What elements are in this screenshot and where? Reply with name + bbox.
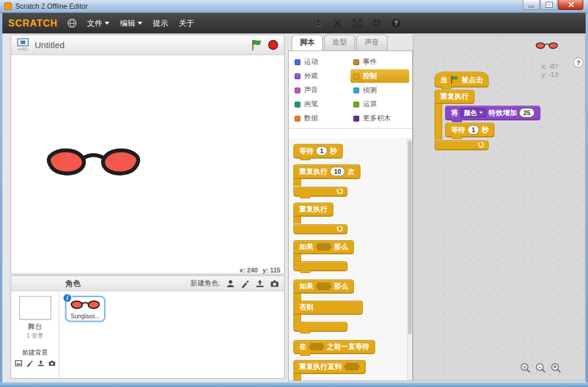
category-control[interactable]: 控制	[350, 69, 409, 83]
category-list: 运动 事件 外观 控制 声音 侦测 画笔 运算 数据 更多积木	[289, 51, 412, 128]
paint-backdrop-icon[interactable]	[26, 359, 34, 367]
camera-sprite-icon[interactable]	[270, 279, 279, 288]
upload-sprite-icon[interactable]	[255, 279, 265, 288]
maximize-icon	[546, 2, 552, 7]
category-sensing[interactable]: 侦测	[350, 83, 409, 97]
project-name[interactable]: Untitled	[35, 40, 245, 50]
sprite-card-sunglasses[interactable]: i Sunglass...	[65, 296, 105, 322]
chevron-down-icon	[479, 112, 483, 114]
sound-color-square	[295, 88, 300, 93]
boolean-slot[interactable]	[309, 343, 325, 351]
c-spine	[293, 294, 301, 301]
sprite-info-button[interactable]: i	[63, 294, 72, 302]
svg-text:?: ?	[394, 19, 397, 26]
delete-scissors-icon[interactable]	[332, 18, 343, 29]
menu-tips[interactable]: 提示	[152, 16, 169, 31]
palette-divider	[289, 128, 412, 129]
duplicate-stamp-icon[interactable]	[312, 18, 324, 29]
number-input[interactable]: 10	[330, 167, 345, 176]
palette-panel: 运动 事件 外观 控制 声音 侦测 画笔 运算 数据 更多积木 等待 1	[288, 51, 413, 381]
shrink-icon[interactable]	[370, 18, 382, 29]
scratch-window: Scratch 2 Offline Editor SCRATCH 文件 编辑 提…	[0, 0, 588, 387]
blocks-column: 脚本 造型 声音 运动 事件 外观 控制 声音 侦测 画笔 运算 数据 更多积木	[288, 35, 413, 381]
category-sound[interactable]: 声音	[292, 83, 350, 97]
zoom-in-button[interactable]: +	[550, 362, 562, 376]
boolean-slot[interactable]	[316, 243, 332, 251]
zoom-out-button[interactable]: -	[535, 362, 546, 376]
category-motion[interactable]: 运动	[292, 55, 350, 69]
block-help-icon[interactable]: ?	[390, 18, 402, 29]
grow-icon[interactable]	[351, 18, 363, 29]
number-input[interactable]: 25	[519, 108, 534, 117]
tab-scripts[interactable]: 脚本	[292, 35, 323, 51]
block-wait-script[interactable]: 等待 1 秒	[445, 123, 495, 137]
block-if-then[interactable]: 如果那么	[293, 240, 354, 274]
loop-arrow-icon	[336, 188, 344, 194]
sensing-color-square	[353, 88, 359, 93]
block-wait-until[interactable]: 在 之前一直等待	[293, 340, 375, 354]
menu-about[interactable]: 关于	[178, 16, 195, 31]
block-forever[interactable]: 重复执行	[293, 203, 348, 234]
paint-sprite-icon[interactable]	[240, 279, 250, 288]
c-spine	[435, 104, 442, 140]
sprite-library-icon[interactable]	[226, 279, 235, 288]
block-repeat-until[interactable]: 重复执行直到	[293, 360, 366, 381]
close-button[interactable]	[558, 0, 583, 10]
c-spine	[293, 179, 301, 186]
number-input[interactable]: 1	[316, 146, 328, 156]
app-icon	[4, 2, 12, 10]
scripts-area[interactable]: x: -87 y: -13 当 被点击 重复执行 将	[413, 35, 586, 381]
block-change-color-effect[interactable]: 将 颜色 特效增加 25	[445, 106, 540, 120]
block-repeat-n[interactable]: 重复执行10次	[293, 164, 360, 197]
effect-dropdown[interactable]: 颜色	[460, 108, 486, 117]
palette-scrollbar[interactable]	[407, 138, 412, 381]
script-stack: 当 被点击 重复执行 将 颜色 特效增加 25	[435, 72, 540, 150]
help-button[interactable]: ?	[573, 58, 583, 68]
menu-edit[interactable]: 编辑	[119, 16, 143, 31]
number-input[interactable]: 1	[467, 125, 479, 134]
window-controls	[522, 0, 583, 10]
green-flag-button[interactable]	[250, 39, 263, 52]
new-backdrop-toolbar	[15, 359, 56, 367]
sprite-body: 舞台 1 背景 新建背景	[11, 291, 284, 378]
sprite-panel-header: 角色 新建角色:	[11, 276, 284, 291]
camera-backdrop-icon[interactable]	[48, 359, 56, 367]
palette-scrollbar-thumb[interactable]	[408, 140, 412, 334]
block-if-else[interactable]: 如果那么 否则	[293, 280, 363, 334]
stage-size-icon[interactable]: v461	[17, 38, 29, 52]
category-operators[interactable]: 运算	[350, 97, 409, 111]
new-sprite-toolbar: 新建角色:	[191, 278, 279, 288]
stop-button[interactable]	[268, 40, 278, 50]
stage-view[interactable]: x: 240 y: 115	[11, 55, 284, 264]
stage-thumbnail[interactable]	[19, 296, 51, 319]
category-events[interactable]: 事件	[350, 55, 409, 69]
minimize-button[interactable]	[523, 0, 540, 10]
backdrop-library-icon[interactable]	[15, 359, 22, 367]
category-pen[interactable]: 画笔	[292, 97, 350, 111]
category-more-blocks[interactable]: 更多积木	[350, 112, 409, 125]
stage-label: 舞台	[28, 322, 42, 332]
zoom-reset-button[interactable]: =	[520, 362, 531, 376]
sprite-name: Sunglass...	[68, 313, 103, 319]
tab-costumes[interactable]: 造型	[324, 35, 355, 51]
sunglasses-sprite[interactable]	[46, 144, 141, 183]
boolean-slot[interactable]	[316, 282, 332, 290]
c-spine	[293, 315, 301, 322]
scratch-logo[interactable]: SCRATCH	[8, 18, 58, 29]
zoom-controls: = - +	[520, 362, 562, 376]
block-when-flag-clicked[interactable]: 当 被点击	[435, 72, 489, 88]
category-data[interactable]: 数据	[292, 112, 350, 125]
upload-backdrop-icon[interactable]	[37, 359, 45, 367]
block-forever-script[interactable]: 重复执行 将 颜色 特效增加 25 等待 1	[435, 90, 540, 150]
menu-file[interactable]: 文件	[86, 16, 111, 31]
svg-text:-: -	[539, 364, 540, 370]
tab-sounds[interactable]: 声音	[356, 35, 387, 51]
language-globe-icon[interactable]	[66, 18, 78, 29]
mouse-x: x: 240	[239, 267, 258, 274]
operators-color-square	[353, 102, 359, 107]
boolean-slot[interactable]	[344, 363, 360, 371]
loop-arrow-icon	[477, 142, 485, 148]
category-looks[interactable]: 外观	[292, 69, 350, 83]
maximize-button[interactable]	[540, 0, 557, 10]
block-wait[interactable]: 等待 1 秒	[293, 144, 343, 159]
